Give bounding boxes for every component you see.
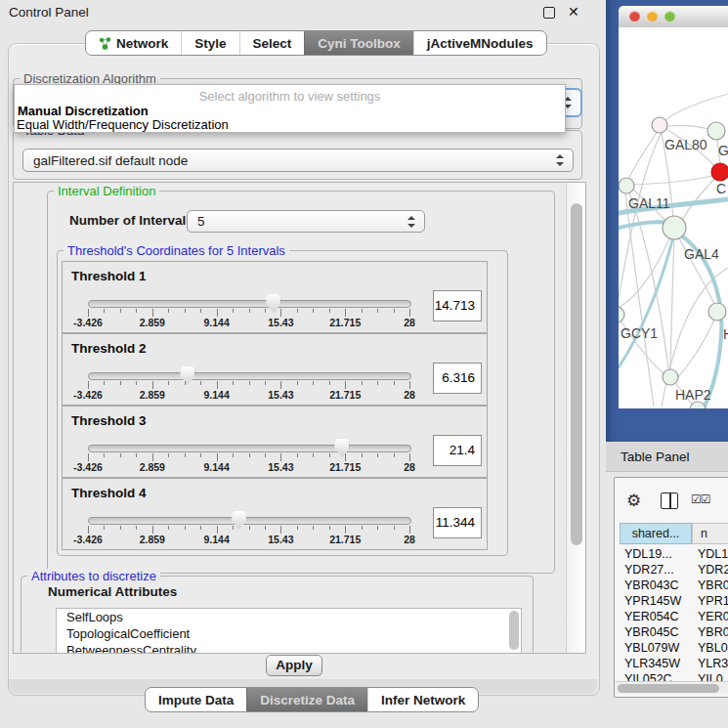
table-cell-name[interactable]: YDR2 [698,562,728,578]
threshold-value-field[interactable]: 11.344 [433,507,482,538]
network-node-gcy1[interactable] [619,307,624,322]
table-cell-shared-name[interactable]: YBR043C [624,578,679,593]
control-panel-tabbar: NetworkStyleSelectCyni ToolboxjActiveMNo… [85,30,547,56]
tab-label: Infer Network [381,693,465,707]
slider-track[interactable] [88,517,411,525]
network-node-label: GAL80 [664,137,707,152]
float-window-icon[interactable] [543,7,555,19]
table-cell-name[interactable]: YPR1 [698,593,728,609]
numerical-attributes-list[interactable]: SelfLoopsTopologicalCoefficientBetweenne… [56,608,522,654]
zoom-traffic-light-icon[interactable] [664,11,675,21]
tick-label: 9.144 [203,389,229,401]
list-scrollbar-thumb[interactable] [509,611,519,650]
slider-tick-labels: -3.4262.8599.14415.4321.71528 [88,317,409,328]
threshold-row: Threshold 2-3.4262.8599.14415.4321.71528… [62,333,488,406]
network-node-label: GAL4 [684,246,719,262]
tab-style[interactable]: Style [181,31,238,55]
table-row[interactable]: YLR345WYLR3 [620,656,728,671]
network-window-titlebar[interactable] [619,6,728,28]
tick-label: 2.859 [140,461,165,473]
threshold-value-field[interactable]: 14.713 [433,290,482,321]
slider-track[interactable] [88,372,411,380]
columns-icon[interactable] [661,492,678,509]
network-node-ga[interactable] [707,122,725,140]
bottom-tab-discretize-data[interactable]: Discretize Data [246,688,367,711]
minimize-traffic-light-icon[interactable] [647,11,658,21]
table-cell-name[interactable]: YDL1 [698,546,728,562]
table-data-fieldset: Table Data galFiltered.sif default node [13,130,582,180]
network-canvas[interactable]: GAL80GACGAL11GAL4GCY1HHAP2 [619,27,728,408]
network-node-label: H [723,326,728,342]
table-cell-shared-name[interactable]: YBR045C [624,624,679,640]
network-node-gal11[interactable] [619,178,634,193]
tab-jactivemnodules[interactable]: jActiveMNodules [413,31,546,55]
table-cell-name[interactable]: YLR3 [698,656,728,671]
table-cell-shared-name[interactable]: YPR145W [624,593,681,609]
table-row[interactable]: YDR27...YDR2 [620,562,728,578]
checkboxes-icon[interactable]: ☑☑ [691,492,710,506]
tick-label: 28 [404,317,415,328]
numerical-attributes-label: Numerical Attributes [48,584,177,599]
table-cell-shared-name[interactable]: YDL19... [624,546,672,562]
slider-ticks [88,381,409,389]
tick-label: 28 [404,534,415,545]
network-node-gal4[interactable] [663,216,686,239]
network-node[interactable] [690,402,706,408]
table-cell-name[interactable]: YBR0 [698,624,728,640]
scrollbar-thumb[interactable] [571,203,582,545]
tab-cyni-toolbox[interactable]: Cyni Toolbox [304,31,413,55]
threshold-value-field[interactable]: 21.4 [433,435,482,466]
table-row[interactable]: YBR043CYBR0 [620,578,728,593]
scrollbar-track[interactable] [566,183,585,653]
slider-track[interactable] [88,445,411,452]
close-icon[interactable]: ✕ [568,4,579,20]
slider-tick-labels: -3.4262.8599.14415.4321.71528 [88,461,409,473]
network-node-label: GA [718,143,728,158]
bottom-tab-impute-data[interactable]: Impute Data [146,688,246,711]
threshold-row: Threshold 3-3.4262.8599.14415.4321.71528… [62,406,488,478]
table-row[interactable]: YBL079WYBL0 [620,640,728,656]
gear-icon[interactable]: ⚙ [626,491,641,511]
threshold-row: Threshold 1-3.4262.8599.14415.4321.71528… [62,261,488,333]
tab-label: Discretize Data [260,693,355,707]
scrollbar-thumb[interactable] [618,684,719,693]
network-node-c[interactable] [711,163,728,181]
network-node-label: GAL11 [628,195,670,211]
column-header-shared-name[interactable]: shared... [620,523,692,544]
tab-network[interactable]: Network [86,31,181,55]
table-cell-name[interactable]: YBL0 [698,640,728,656]
tab-label: Cyni Toolbox [318,36,401,51]
tick-label: 28 [404,389,415,401]
attribute-list-item[interactable]: SelfLoops [57,609,521,625]
threshold-value-field[interactable]: 6.316 [433,363,482,394]
bottom-tab-infer-network[interactable]: Infer Network [367,688,478,711]
column-header-name[interactable]: n [692,523,728,544]
apply-button[interactable]: Apply [266,655,322,676]
table-cell-shared-name[interactable]: YDR27... [624,562,674,578]
table-cell-shared-name[interactable]: YLR345W [624,656,680,671]
table-cell-name[interactable]: YBR0 [698,578,728,593]
table-data-combobox[interactable]: galFiltered.sif default node [22,149,574,172]
table-row[interactable]: YER054CYER0 [620,609,728,624]
tick-label: -3.426 [73,461,103,473]
network-node-hap2[interactable] [663,369,678,385]
slider-track[interactable] [88,300,411,308]
num-intervals-combobox[interactable]: 5 [187,210,425,233]
dropdown-option-manual[interactable]: Manual Discretization [18,104,149,118]
table-row[interactable]: YBR045CYBR0 [620,624,728,640]
table-cell-name[interactable]: YER0 [698,609,728,624]
dropdown-option-equal-width[interactable]: Equal Width/Frequency Discretization [17,117,229,132]
attribute-list-item[interactable]: TopologicalCoefficient [57,625,521,642]
table-row[interactable]: YDL19...YDL1 [620,546,728,562]
close-traffic-light-icon[interactable] [629,11,640,21]
network-node-h[interactable] [708,303,726,321]
table-cell-shared-name[interactable]: YBL079W [624,640,679,656]
table-cell-shared-name[interactable]: YER054C [624,609,679,624]
table-row[interactable]: YPR145WYPR1 [620,593,728,609]
network-node-gal80[interactable] [652,117,667,133]
tab-select[interactable]: Select [239,31,305,55]
attribute-list-item[interactable]: BetweennessCentrality [57,642,521,654]
horizontal-scrollbar[interactable] [615,681,728,694]
dropdown-prompt-item[interactable]: Select algorithm to view settings [15,89,565,104]
tick-label: 9.144 [203,461,229,473]
